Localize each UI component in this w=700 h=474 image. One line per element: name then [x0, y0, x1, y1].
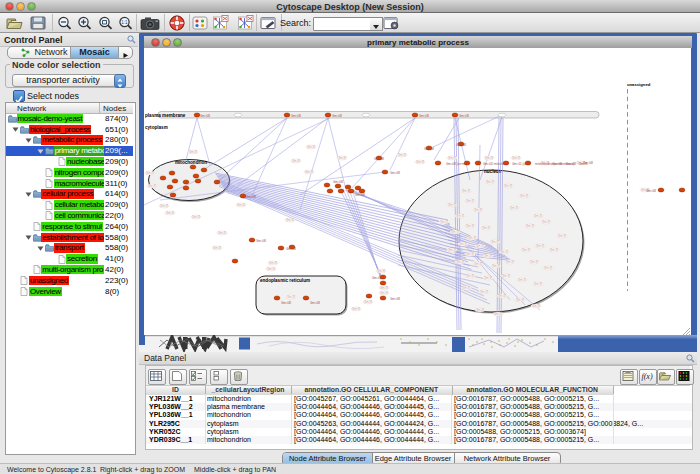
svg-text:Gm-t8: Gm-t8	[466, 224, 474, 228]
svg-text:Gm-t8: Gm-t8	[213, 246, 221, 250]
svg-text:Gm-t8: Gm-t8	[440, 220, 448, 224]
svg-text:Gm-t08 (an:me: Gm-t08 (an:me	[446, 162, 467, 166]
svg-text:Gm-t8: Gm-t8	[550, 248, 558, 252]
svg-text:Gm-t8: Gm-t8	[307, 145, 315, 149]
svg-text:Gm-t8: Gm-t8	[484, 276, 492, 280]
svg-text:1:1: 1:1	[121, 20, 128, 25]
svg-text:Gm-t08: Gm-t08	[424, 147, 434, 151]
svg-text:Gm-t8: Gm-t8	[486, 180, 494, 184]
svg-text:Gm-t8: Gm-t8	[218, 231, 226, 235]
svg-text:Gm-t8: Gm-t8	[352, 307, 360, 311]
svg-text:Gm-t8: Gm-t8	[542, 220, 550, 224]
svg-text:Gm-t08: Gm-t08	[310, 301, 320, 305]
svg-text:Gm-t8: Gm-t8	[534, 214, 542, 218]
svg-text:Gm-t8: Gm-t8	[448, 156, 456, 160]
svg-text:Gm-t8: Gm-t8	[416, 160, 424, 164]
svg-text:Gm-t8: Gm-t8	[292, 159, 300, 163]
svg-text:Gm-t8: Gm-t8	[500, 250, 508, 254]
svg-text:Gm-t8: Gm-t8	[459, 242, 467, 246]
svg-text:Gm-t8: Gm-t8	[466, 252, 474, 256]
svg-text:Gm-t8: Gm-t8	[462, 286, 470, 290]
svg-text:Gm-t8: Gm-t8	[485, 156, 493, 160]
svg-text:Gm-t08: Gm-t08	[372, 276, 382, 280]
svg-text:Gm-t8: Gm-t8	[269, 261, 277, 265]
svg-text:Gm-t8: Gm-t8	[506, 260, 514, 264]
svg-text:Gm-t8: Gm-t8	[474, 208, 482, 212]
svg-text:Gm-t8: Gm-t8	[448, 203, 456, 207]
svg-text:Gm-t08: Gm-t08	[566, 162, 576, 166]
svg-text:Gm-t8: Gm-t8	[305, 170, 313, 174]
svg-text:Gm-t8: Gm-t8	[558, 234, 566, 238]
svg-text:Gm-t8: Gm-t8	[526, 224, 534, 228]
svg-text:Gm-t8: Gm-t8	[468, 236, 476, 240]
svg-text:Gm-t8: Gm-t8	[448, 248, 456, 252]
svg-text:Gm-t8: Gm-t8	[492, 264, 500, 268]
svg-text:Gm-t08: Gm-t08	[200, 114, 210, 118]
svg-text:Gm-t08: Gm-t08	[256, 239, 266, 243]
svg-text:Gm-t08: Gm-t08	[355, 193, 365, 197]
svg-text:Gm-t8: Gm-t8	[484, 254, 492, 258]
svg-text:Gm-t8: Gm-t8	[530, 260, 538, 264]
svg-text:Gm-t8: Gm-t8	[491, 240, 499, 244]
svg-text:Gm-t8: Gm-t8	[516, 298, 524, 302]
svg-text:Gm-t8: Gm-t8	[377, 269, 385, 273]
svg-text:nucleus: nucleus	[484, 169, 502, 174]
svg-text:Gm-t8: Gm-t8	[494, 312, 502, 316]
svg-text:Gm-t08: Gm-t08	[332, 114, 342, 118]
svg-text:Gm-t08: Gm-t08	[390, 171, 400, 175]
svg-text:Gm-t08: Gm-t08	[333, 180, 343, 184]
svg-text:Gm-t8: Gm-t8	[267, 267, 275, 271]
svg-text:Gm-t8: Gm-t8	[338, 156, 346, 160]
svg-text:Gm-t8: Gm-t8	[192, 215, 200, 219]
svg-text:Gm-t8: Gm-t8	[502, 274, 510, 278]
svg-text:Gm-t8: Gm-t8	[480, 290, 488, 294]
svg-text:Gm-t08: Gm-t08	[456, 143, 466, 147]
svg-text:Gm-t02 mitochond: Gm-t02 mitochond	[483, 162, 508, 166]
svg-text:Gm-t8: Gm-t8	[287, 295, 295, 299]
svg-text:Gm-t8: Gm-t8	[476, 244, 484, 248]
svg-text:Gm-t8: Gm-t8	[364, 300, 372, 304]
svg-text:Gm-t8: Gm-t8	[520, 194, 528, 198]
svg-text:Gm-t08: Gm-t08	[646, 189, 656, 193]
svg-text:Gm-t08: Gm-t08	[459, 114, 469, 118]
svg-text:Gm-t8: Gm-t8	[498, 294, 506, 298]
svg-text:Gm-t8: Gm-t8	[522, 248, 530, 252]
svg-text:cytoplasm: cytoplasm	[145, 125, 168, 130]
svg-text:Gm-t08: Gm-t08	[390, 297, 400, 301]
svg-text:Gm-t8: Gm-t8	[451, 230, 459, 234]
svg-text:Gm-t8: Gm-t8	[510, 206, 518, 210]
svg-text:Gm-t8: Gm-t8	[189, 150, 197, 154]
svg-text:Gm-t8: Gm-t8	[166, 211, 174, 215]
svg-text:plasma membrane: plasma membrane	[145, 113, 186, 118]
svg-text:unassigned: unassigned	[627, 82, 651, 87]
svg-text:Gm-t8: Gm-t8	[474, 262, 482, 266]
svg-text:Gm-t8: Gm-t8	[476, 308, 484, 312]
svg-text:Gm-t8: Gm-t8	[380, 286, 388, 290]
svg-text:Gm-t8: Gm-t8	[544, 266, 552, 270]
svg-text:Gm-t11 (an:m: Gm-t11 (an:m	[512, 162, 531, 166]
svg-text:Gm-t8: Gm-t8	[146, 171, 154, 175]
svg-text:Gm-t8: Gm-t8	[456, 214, 464, 218]
svg-text:Gm-t8: Gm-t8	[380, 291, 388, 295]
svg-text:Gm-t08: Gm-t08	[281, 301, 291, 305]
svg-text:Gm-t08: Gm-t08	[374, 157, 384, 161]
svg-text:Gm-t08: Gm-t08	[291, 114, 301, 118]
svg-text:Gm-t08: Gm-t08	[286, 247, 296, 251]
svg-text:Gm-t8: Gm-t8	[462, 189, 470, 193]
svg-text:Gm-t8: Gm-t8	[532, 304, 540, 308]
svg-text:Gm-t8: Gm-t8	[456, 260, 464, 264]
svg-text:Gm-t8: Gm-t8	[536, 244, 544, 248]
svg-text:mitochondrion: mitochondrion	[175, 160, 207, 165]
svg-text:Gm-t08: Gm-t08	[552, 162, 562, 166]
svg-text:f(x): f(x)	[641, 372, 652, 381]
svg-text:Gm-t8: Gm-t8	[534, 282, 542, 286]
svg-text:Gm-t08: Gm-t08	[583, 161, 593, 165]
svg-text:Gm-t8: Gm-t8	[518, 278, 526, 282]
svg-text:Gm-t08: Gm-t08	[419, 114, 429, 118]
svg-text:Gm-t8: Gm-t8	[504, 184, 512, 188]
svg-text:Gm-t8: Gm-t8	[466, 274, 474, 278]
svg-text:Gm-t8: Gm-t8	[398, 153, 406, 157]
svg-text:Gm-t8: Gm-t8	[160, 204, 168, 208]
svg-text:Gm-t8: Gm-t8	[237, 203, 245, 207]
svg-text:Gm-t8: Gm-t8	[466, 199, 474, 203]
